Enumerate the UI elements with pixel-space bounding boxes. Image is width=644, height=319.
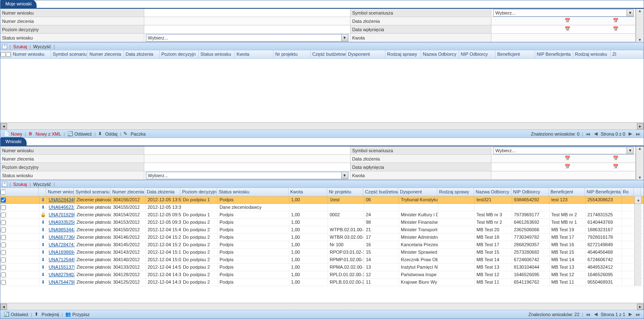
col-nip-beneficjenta[interactable]: NIP Beneficjenta [535, 50, 573, 58]
col-ro[interactable]: Ro [621, 188, 634, 196]
calendar-icon[interactable]: 📅 [613, 164, 619, 170]
cell-numer-wniosku[interactable]: UNA9853443 [47, 226, 75, 233]
col-symbol[interactable]: Symbol scenariu [74, 188, 111, 196]
table-row[interactable]: ⬇UNA6677368Zlecenie płatnośc304146/20122… [0, 234, 644, 241]
input-data-zlozenia[interactable]: 📅 📅 [491, 17, 636, 25]
nowy-button[interactable]: 📄Nowy [4, 131, 22, 137]
col-dysponent[interactable]: Dysponent [346, 50, 385, 58]
scrollbar-vertical[interactable] [634, 264, 642, 271]
scrollbar-vertical[interactable]: ▲ [636, 9, 644, 17]
scroll-left-icon[interactable]: ◂ [0, 123, 7, 129]
col-nr-projektu[interactable]: Nr projektu [327, 188, 363, 196]
select-status-wniosku[interactable]: Wybierz...▾ [144, 34, 350, 42]
tab-moje-wnioski[interactable]: Moje wnioski [0, 0, 37, 8]
calendar-icon[interactable]: 📅 [613, 18, 619, 24]
col-rodzaj-sprawy[interactable]: Rodzaj sprawy [437, 188, 474, 196]
scrollbar-vertical[interactable] [634, 249, 642, 256]
col-symbol[interactable]: Symbol scenariu [51, 50, 88, 58]
wyczysc-button[interactable]: Wyczyść [33, 44, 51, 49]
cell-numer-wniosku[interactable]: UNA5284346 [47, 196, 75, 203]
przypisz-button[interactable]: 👥Przypisz [65, 312, 90, 317]
chevron-down-icon[interactable]: ▾ [627, 147, 633, 154]
calendar-icon[interactable]: 📅 [613, 26, 619, 32]
calendar-icon[interactable]: 📅 [565, 26, 570, 32]
prev-page-icon[interactable]: ◀ [593, 312, 598, 317]
header-checkbox[interactable] [6, 52, 11, 57]
col-nazwa-odbiorcy[interactable]: Nazwa Odbiorcy [421, 50, 459, 58]
input-data-wplyniecia[interactable]: 📅 📅 [491, 25, 636, 34]
col-kwota[interactable]: Kwota [289, 188, 327, 196]
oddaj-button[interactable]: ⬇Oddaj [98, 131, 117, 137]
scroll-right-icon[interactable]: ▸ [637, 304, 644, 310]
cell-numer-wniosku[interactable]: UNA7284741 [47, 241, 75, 248]
cell-numer-wniosku[interactable]: UNA6677368 [47, 234, 75, 241]
table-row[interactable]: ⬇UNA8279403Zlecenie płatnośc304128/20122… [0, 271, 644, 279]
collapse-icon[interactable]: ^ [2, 44, 7, 49]
col-czesc[interactable]: Część budżetow [311, 50, 346, 58]
row-checkbox[interactable] [1, 213, 6, 218]
col-zlecenie[interactable]: Numer zlecenia [111, 188, 145, 196]
odswiez-button[interactable]: 🔄Odśwież [67, 131, 92, 137]
select-all-checkbox[interactable] [0, 190, 5, 195]
cell-numer-wniosku[interactable]: UNA9335256 [47, 219, 75, 226]
calendar-icon[interactable]: 📅 [613, 156, 619, 161]
scrollbar-vertical[interactable]: ▲ [634, 196, 642, 203]
wyczysc-button[interactable]: Wyczyść [33, 182, 51, 187]
row-checkbox[interactable] [1, 228, 6, 232]
scrollbar-vertical[interactable] [634, 271, 642, 278]
table-row[interactable]: ⬇UNA5284346Zlecenie płatnośc304156/20122… [0, 196, 644, 204]
chevron-down-icon[interactable]: ▾ [341, 172, 348, 179]
table-row[interactable]: ⬇UNA1698694Zlecenie płatnośc304143/20122… [0, 249, 644, 256]
scrollbar-vertical[interactable] [634, 219, 642, 226]
scrollbar-vertical[interactable] [634, 256, 642, 263]
calendar-icon[interactable]: 📅 [565, 18, 570, 24]
calendar-icon[interactable]: 📅 [565, 156, 570, 161]
col-kwota[interactable]: Kwota [235, 50, 274, 58]
next-page-icon[interactable]: ▶ [628, 312, 633, 317]
col-beneficjent[interactable]: Beneficjent [496, 50, 535, 58]
table-row[interactable]: ⬇UNA7284741Zlecenie płatnośc304145/20122… [0, 241, 644, 249]
szukaj-button[interactable]: Szukaj [13, 182, 27, 187]
col-nazwa-odbiorcy[interactable]: Nazwa Odbiorcy [474, 188, 511, 196]
odswiez-button[interactable]: 🔄Odśwież [4, 312, 28, 317]
row-checkbox[interactable] [1, 205, 6, 210]
select-symbol-scenariusza[interactable]: Wybierz...▾ [491, 146, 636, 155]
input-kwota[interactable] [491, 171, 636, 180]
col-numer-wniosku[interactable]: Numer wniosku [46, 188, 74, 196]
paczka-button[interactable]: ✎Paczka [123, 131, 146, 137]
col-status[interactable]: Status wniosku [217, 188, 289, 196]
row-checkbox[interactable] [1, 265, 6, 270]
scrollbar-horizontal[interactable]: ◂ ▸ [0, 303, 644, 310]
input-numer-wniosku[interactable] [144, 146, 350, 155]
row-checkbox[interactable] [1, 235, 6, 240]
col-numer-wniosku[interactable]: Numer wniosku [11, 50, 51, 58]
scrollbar-vertical[interactable] [634, 226, 642, 233]
first-page-icon[interactable]: ⏮ [586, 131, 591, 136]
cell-numer-wniosku[interactable]: UNA1551379 [47, 264, 75, 271]
szukaj-button[interactable]: Szukaj [13, 44, 27, 49]
table-row[interactable]: ⬇UNA7125449Zlecenie płatnośc304140/20122… [0, 256, 644, 264]
col-rodzaj-sprawy[interactable]: Rodzaj sprawy [385, 50, 421, 58]
scroll-right-icon[interactable]: ▸ [637, 123, 644, 129]
cell-numer-wniosku[interactable]: UNA8279403 [47, 271, 75, 278]
input-data-zlozenia[interactable]: 📅 📅 [491, 155, 636, 163]
col-rodzaj-wniosku[interactable]: Rodzaj wniosku [573, 50, 611, 58]
last-page-icon[interactable]: ⏭ [635, 131, 640, 136]
last-page-icon[interactable]: ⏭ [635, 312, 640, 317]
input-poziom-decyzyjny[interactable] [144, 25, 350, 34]
input-kwota[interactable] [491, 34, 636, 42]
row-checkbox[interactable] [1, 257, 6, 262]
select-all-checkbox[interactable] [0, 52, 5, 57]
scrollbar-vertical[interactable] [634, 204, 642, 211]
col-nip-beneficjenta[interactable]: NIP Beneficjenta [585, 188, 621, 196]
select-status-wniosku[interactable]: Wybierz...▾ [144, 171, 350, 180]
table-row[interactable]: ⬇UNA1551379Zlecenie płatnośc304133/20122… [0, 264, 644, 271]
row-checkbox[interactable] [1, 198, 6, 203]
col-dysponent[interactable]: Dysponent [398, 188, 437, 196]
collapse-icon[interactable]: ^ [2, 182, 7, 187]
cell-numer-wniosku[interactable]: UNA7019296 [47, 211, 75, 218]
scrollbar-vertical[interactable] [634, 234, 642, 241]
nowy-xml-button[interactable]: 🗎Nowy z XML [28, 131, 61, 137]
col-status[interactable]: Status wniosku [199, 50, 235, 58]
row-checkbox[interactable] [1, 220, 6, 225]
